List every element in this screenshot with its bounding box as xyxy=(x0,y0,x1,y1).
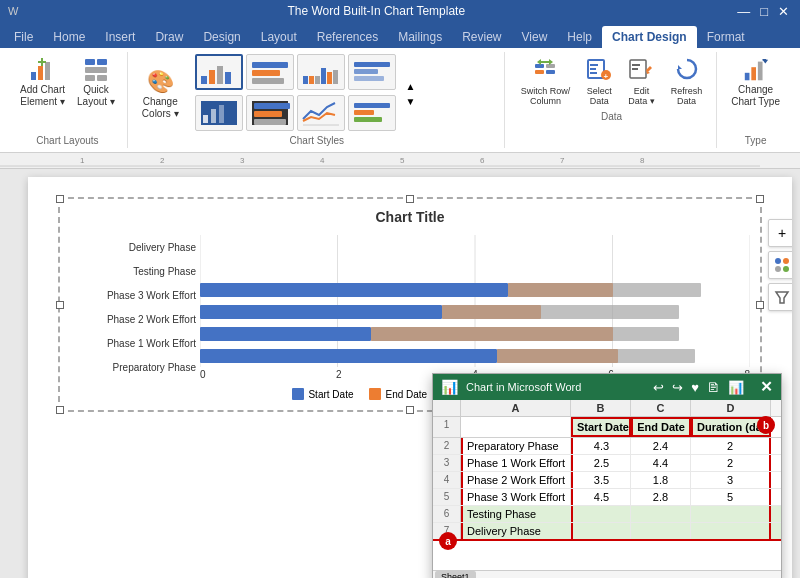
tab-chart-design[interactable]: Chart Design xyxy=(602,26,697,48)
ss-row-7: 7 Delivery Phase xyxy=(433,523,781,541)
maximize-btn[interactable]: □ xyxy=(760,4,768,19)
tab-insert[interactable]: Insert xyxy=(95,26,145,48)
ss-undo[interactable]: ↩ xyxy=(653,380,664,395)
chart-style-1[interactable] xyxy=(195,54,243,90)
ss-cell-1a[interactable] xyxy=(461,417,571,437)
ss-chart[interactable]: 📊 xyxy=(728,380,744,395)
tab-references[interactable]: References xyxy=(307,26,388,48)
ss-cell-7d[interactable] xyxy=(691,523,771,539)
styles-scroll-down[interactable]: ▼ xyxy=(406,96,416,107)
gantt-label-delivery: Delivery Phase xyxy=(70,236,196,258)
ss-redo[interactable]: ↪ xyxy=(672,380,683,395)
minimize-btn[interactable]: — xyxy=(737,4,750,19)
ss-cell-4a[interactable]: Phase 2 Work Effort xyxy=(461,472,571,488)
chart-style-5[interactable] xyxy=(195,95,243,131)
ss-cell-5a[interactable]: Phase 3 Work Effort xyxy=(461,489,571,505)
ss-open[interactable]: 🖹 xyxy=(707,380,720,395)
x-label-2: 2 xyxy=(336,369,342,380)
close-btn[interactable]: ✕ xyxy=(778,4,789,19)
chart-style-7[interactable] xyxy=(297,95,345,131)
resize-handle-mr[interactable] xyxy=(756,301,764,309)
resize-handle-tr[interactable] xyxy=(756,195,764,203)
ss-cell-5b[interactable]: 4.5 xyxy=(571,489,631,505)
bar-row-phase2 xyxy=(200,301,750,323)
svg-text:8: 8 xyxy=(640,156,645,165)
chart-sidebar-tools: + xyxy=(768,219,792,311)
legend-end-date: End Date xyxy=(369,388,427,400)
styles-scroll-up[interactable]: ▲ xyxy=(406,81,416,92)
ss-cell-2d[interactable]: 2 xyxy=(691,438,771,454)
ss-cell-6b[interactable] xyxy=(571,506,631,522)
ss-row-6: 6 Testing Phase xyxy=(433,506,781,523)
ss-cell-3c[interactable]: 4.4 xyxy=(631,455,691,471)
chart-elements-button[interactable]: + xyxy=(768,219,792,247)
chart-style-6[interactable] xyxy=(246,95,294,131)
chart-title[interactable]: Chart Title xyxy=(70,209,750,225)
resize-handle-tm[interactable] xyxy=(406,195,414,203)
ss-cell-4d[interactable]: 3 xyxy=(691,472,771,488)
tab-draw[interactable]: Draw xyxy=(145,26,193,48)
refresh-data-button[interactable]: RefreshData xyxy=(665,54,709,109)
ss-cell-7b[interactable] xyxy=(571,523,631,539)
tab-format[interactable]: Format xyxy=(697,26,755,48)
ss-cell-6d[interactable] xyxy=(691,506,771,522)
ss-cell-3a[interactable]: Phase 1 Work Effort xyxy=(461,455,571,471)
ss-cell-7c[interactable] xyxy=(631,523,691,539)
svg-point-73 xyxy=(775,266,781,272)
change-colors-label: ChangeColors ▾ xyxy=(142,96,179,120)
tab-home[interactable]: Home xyxy=(43,26,95,48)
spreadsheet-title: Chart in Microsoft Word xyxy=(466,381,581,393)
spreadsheet-grid: A B C D 1 Start Date End Date Duration (… xyxy=(433,400,781,570)
chart-style-8[interactable] xyxy=(348,95,396,131)
ss-cell-6c[interactable] xyxy=(631,506,691,522)
ss-close[interactable]: ✕ xyxy=(760,378,773,396)
tab-layout[interactable]: Layout xyxy=(251,26,307,48)
ss-cell-1b[interactable]: Start Date xyxy=(571,417,631,437)
svg-rect-50 xyxy=(632,68,638,70)
change-colors-button[interactable]: 🎨 ChangeColors ▾ xyxy=(138,66,183,122)
add-chart-element-button[interactable]: Add ChartElement ▾ xyxy=(16,54,69,110)
ss-cell-5c[interactable]: 2.8 xyxy=(631,489,691,505)
ss-cell-2c[interactable]: 2.4 xyxy=(631,438,691,454)
change-chart-type-button[interactable]: ChangeChart Type xyxy=(727,54,784,110)
quick-layout-button[interactable]: QuickLayout ▾ xyxy=(73,54,119,110)
svg-text:3: 3 xyxy=(240,156,245,165)
bar-phase1-start xyxy=(200,327,371,341)
tab-mailings[interactable]: Mailings xyxy=(388,26,452,48)
svg-rect-43 xyxy=(590,64,598,66)
chart-style-3[interactable] xyxy=(297,54,345,90)
ss-cell-1c[interactable]: End Date xyxy=(631,417,691,437)
svg-rect-16 xyxy=(252,78,284,84)
chart-styles-button[interactable] xyxy=(768,251,792,279)
ss-cell-2a[interactable]: Preparatory Phase xyxy=(461,438,571,454)
ss-cell-7a[interactable]: Delivery Phase xyxy=(461,523,571,539)
chart-filters-button[interactable] xyxy=(768,283,792,311)
tab-view[interactable]: View xyxy=(512,26,558,48)
ss-cell-5d[interactable]: 5 xyxy=(691,489,771,505)
ss-cell-3b[interactable]: 2.5 xyxy=(571,455,631,471)
ss-cell-4b[interactable]: 3.5 xyxy=(571,472,631,488)
select-data-button[interactable]: + SelectData xyxy=(580,54,618,109)
svg-rect-1 xyxy=(38,66,43,80)
sheet-tab[interactable]: Sheet1 xyxy=(435,571,476,579)
chart-style-4[interactable] xyxy=(348,54,396,90)
tab-help[interactable]: Help xyxy=(557,26,602,48)
edit-data-button[interactable]: EditData ▾ xyxy=(622,54,661,109)
resize-handle-ml[interactable] xyxy=(56,301,64,309)
svg-text:+: + xyxy=(604,72,609,81)
ss-cell-4c[interactable]: 1.8 xyxy=(631,472,691,488)
chart-style-2[interactable] xyxy=(246,54,294,90)
resize-handle-bm[interactable] xyxy=(406,406,414,414)
switch-row-column-button[interactable]: Switch Row/Column xyxy=(515,54,577,109)
ss-bookmark[interactable]: ♥ xyxy=(691,380,699,395)
ss-cell-3d[interactable]: 2 xyxy=(691,455,771,471)
window-title: The Word Built-In Chart Template xyxy=(18,4,734,18)
resize-handle-bl[interactable] xyxy=(56,406,64,414)
tab-file[interactable]: File xyxy=(4,26,43,48)
tab-design[interactable]: Design xyxy=(193,26,250,48)
resize-handle-tl[interactable] xyxy=(56,195,64,203)
marker-b-label: b xyxy=(763,420,769,431)
tab-review[interactable]: Review xyxy=(452,26,511,48)
ss-cell-2b[interactable]: 4.3 xyxy=(571,438,631,454)
ss-cell-6a[interactable]: Testing Phase xyxy=(461,506,571,522)
